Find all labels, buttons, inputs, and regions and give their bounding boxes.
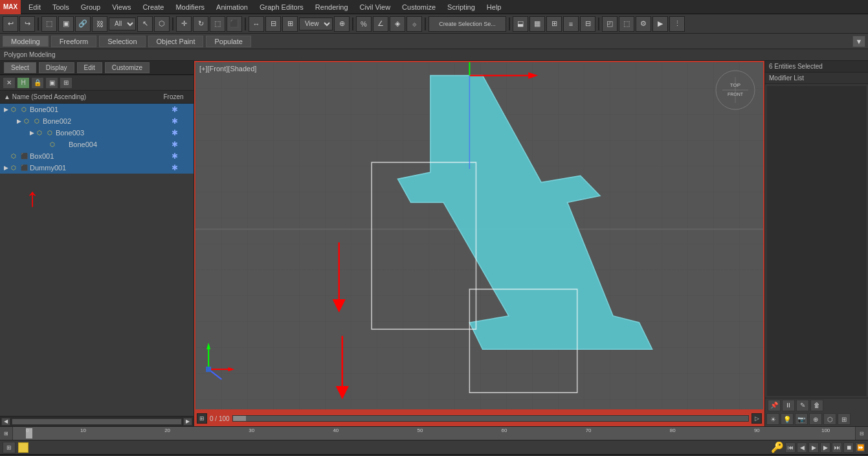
key-nav-prev[interactable]: ◀ (797, 442, 807, 453)
panel-select-tab[interactable]: Select (4, 62, 36, 73)
snap-btn[interactable]: ◈ (390, 16, 405, 32)
link-button[interactable]: 🔗 (75, 16, 91, 32)
scene-filter-btn[interactable]: ▣ (45, 77, 58, 89)
arrow-dummy001[interactable]: ▶ (3, 165, 9, 171)
scale-btn[interactable]: ⬚ (210, 16, 225, 32)
menu-edit[interactable]: Edit (23, 2, 46, 12)
mirror-btn[interactable]: ↔ (249, 16, 264, 32)
tree-item-box001[interactable]: ⬡ ⬛ Box001 ✱ (0, 150, 194, 162)
scene-hierarchy-btn[interactable]: H (17, 77, 30, 89)
tab-populate[interactable]: Populate (206, 36, 250, 47)
tree-item-bone002[interactable]: ▶ ⬡ ⬡ Bone002 ✱ (0, 115, 194, 127)
scene-scrollbar[interactable]: ◀ ▶ (0, 416, 194, 426)
menu-group[interactable]: Group (76, 2, 106, 12)
arrow-bone002[interactable]: ▶ (16, 118, 22, 124)
tab-modeling[interactable]: Modeling (3, 36, 49, 47)
rp-geo-btn[interactable]: ⬡ (823, 413, 836, 425)
align-btn[interactable]: ⊟ (265, 16, 281, 32)
key-nav-end[interactable]: ⏩ (855, 442, 865, 453)
scroll-left-btn[interactable]: ◀ (1, 418, 10, 426)
menu-animation[interactable]: Animation (211, 2, 253, 12)
redo-button[interactable]: ↪ (19, 16, 35, 32)
menu-graph-editors[interactable]: Graph Editors (254, 2, 309, 12)
key-nav-first[interactable]: ⏮ (785, 442, 796, 453)
tree-item-bone004[interactable]: ⬡ Bone004 ✱ (0, 139, 194, 150)
timeline-thumb[interactable] (233, 416, 246, 421)
tab-more-button[interactable]: ▼ (852, 36, 865, 47)
place-btn[interactable]: ⬛ (227, 16, 242, 32)
close-scene-btn[interactable]: ✕ (3, 77, 16, 89)
rp-trash-btn[interactable]: 🗑 (810, 400, 823, 411)
menu-rendering[interactable]: Rendering (310, 2, 353, 12)
rp-sun-btn[interactable]: ☀ (766, 413, 779, 425)
select-region-button[interactable]: ▣ (58, 16, 74, 32)
timeline-ruler[interactable]: ⊞ 0 10 20 30 40 50 60 70 80 90 100 ⊟ (0, 427, 868, 440)
settings-btn[interactable]: ⋮ (669, 16, 685, 32)
snap2-btn[interactable]: ⟐ (406, 16, 422, 32)
select-move-btn[interactable]: ✛ (176, 16, 192, 32)
ruler-track[interactable]: 0 10 20 30 40 50 60 70 80 90 100 (13, 427, 855, 440)
timeline-nav-btn[interactable]: ⊞ (197, 413, 207, 424)
menu-customize[interactable]: Customize (397, 2, 441, 12)
rotate-btn[interactable]: ↻ (193, 16, 208, 32)
menu-civil-view[interactable]: Civil View (355, 2, 395, 12)
rp-pin-btn[interactable]: 📌 (768, 400, 781, 411)
timeline-track[interactable] (232, 415, 749, 422)
tab-freeform[interactable]: Freeform (51, 36, 97, 47)
menu-help[interactable]: Help (482, 2, 507, 12)
navigation-cube[interactable]: TOP FRONT (713, 67, 758, 113)
panel-display-tab[interactable]: Display (39, 62, 74, 73)
menu-views[interactable]: Views (107, 2, 136, 12)
tab-selection[interactable]: Selection (99, 36, 145, 47)
angle-snap-btn[interactable]: ∠ (373, 16, 388, 32)
rp-cam-btn[interactable]: 📷 (795, 413, 808, 425)
key-nav-play[interactable]: ▶ (808, 442, 819, 453)
manager-btn[interactable]: ⊟ (580, 16, 595, 32)
arrow-bone001[interactable]: ▶ (3, 106, 9, 113)
menu-scripting[interactable]: Scripting (442, 2, 480, 12)
rp-pause-btn[interactable]: ⏸ (782, 400, 795, 411)
tree-item-dummy001[interactable]: ▶ ⬡ ⬛ Dummy001 ✱ (0, 162, 194, 174)
select-btn[interactable]: ↖ (137, 16, 153, 32)
tree-item-bone003[interactable]: ▶ ⬡ ⬡ Bone003 ✱ (0, 127, 194, 139)
select-object-button[interactable]: ⬚ (41, 16, 57, 32)
pivot-btn[interactable]: ⊕ (334, 16, 350, 32)
rp-helper-btn[interactable]: ⊕ (809, 413, 822, 425)
render-btn[interactable]: ▶ (652, 16, 668, 32)
tree-item-bone001[interactable]: ▶ ⬡ ⬡ Bone001 ✱ (0, 104, 194, 115)
array-btn[interactable]: ▦ (529, 16, 545, 32)
scene-lock-btn[interactable]: 🔒 (31, 77, 44, 89)
timeline-ruler-start[interactable]: ⊞ (0, 427, 13, 440)
panel-customize-tab[interactable]: Customize (105, 62, 150, 73)
timeline-end-btn[interactable]: ▷ (751, 413, 762, 424)
menu-modifiers[interactable]: Modifiers (170, 2, 210, 12)
key-nav-next[interactable]: ▶ (820, 442, 830, 453)
viewport[interactable]: [+][Front][Shaded] TOP FRONT (194, 61, 764, 411)
menu-create[interactable]: Create (137, 2, 169, 12)
texture-btn[interactable]: ⬚ (619, 16, 634, 32)
mirror2-btn[interactable]: ⬓ (513, 16, 528, 32)
render-setup-btn[interactable]: ⚙ (636, 16, 651, 32)
material-editor-btn[interactable]: ◰ (602, 16, 618, 32)
rp-edit-btn[interactable]: ✎ (796, 400, 809, 411)
arrow-bone003[interactable]: ▶ (28, 130, 35, 136)
named-sel-btn[interactable]: Create Selection Se... (428, 16, 506, 32)
scroll-track[interactable] (12, 418, 182, 425)
key-nav-last[interactable]: ⏭ (832, 442, 842, 453)
align2-btn[interactable]: ⊞ (546, 16, 562, 32)
unlink-button[interactable]: ⛓ (92, 16, 107, 32)
undo-button[interactable]: ↩ (3, 16, 18, 32)
key-nav-stop[interactable]: ⏹ (843, 442, 854, 453)
keyer-icon[interactable]: ⊞ (3, 442, 16, 453)
rp-light-btn[interactable]: 💡 (781, 413, 794, 425)
menu-tools[interactable]: Tools (47, 2, 74, 12)
panel-edit-tab[interactable]: Edit (77, 62, 102, 73)
scene-search-btn[interactable]: ⊞ (60, 77, 72, 89)
rp-space-btn[interactable]: ⊞ (838, 413, 851, 425)
scroll-right-btn[interactable]: ▶ (183, 418, 192, 426)
selection-filter[interactable]: All (109, 17, 136, 30)
reference-coord[interactable]: View (299, 17, 333, 30)
tab-object-paint[interactable]: Object Paint (148, 36, 204, 47)
layer-btn[interactable]: ≡ (563, 16, 579, 32)
percent-snap-btn[interactable]: % (356, 16, 372, 32)
